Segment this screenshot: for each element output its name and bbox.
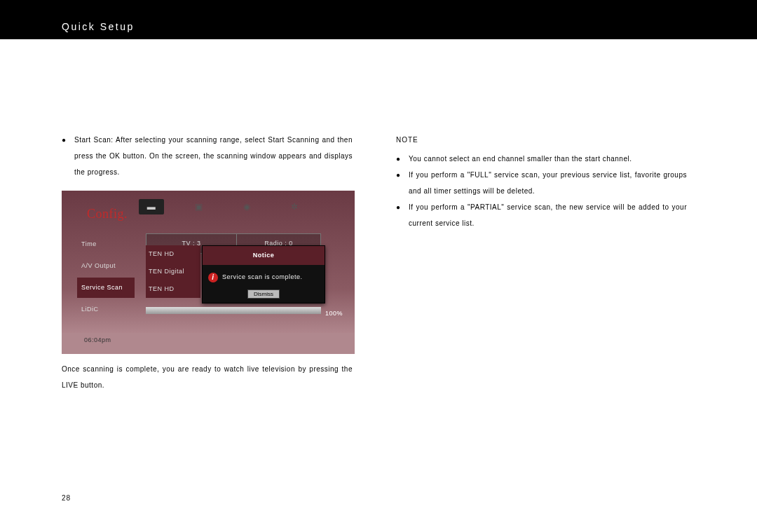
sidebar-item-lidic[interactable]: LiDiC <box>77 299 135 320</box>
top-icon-row: ▬ ▣ ◉ ✲ <box>139 199 307 214</box>
config-logo: Config. <box>87 206 128 222</box>
note-bullet: ● If you perform a "PARTIAL" service sca… <box>396 199 687 231</box>
note-bullet-text: You cannot select an end channel smaller… <box>409 151 687 167</box>
bullet-text: Start Scan: After selecting your scannin… <box>74 132 353 180</box>
dismiss-button[interactable]: Dismiss <box>247 289 280 299</box>
notice-dialog: Notice i Service scan is complete. Dismi… <box>202 245 325 303</box>
bullet-dot-icon: ● <box>396 199 409 231</box>
sidebar-item-av[interactable]: A/V Output <box>77 256 135 276</box>
notice-body-row: i Service scan is complete. <box>203 265 325 289</box>
gearset-icon: ✲ <box>282 199 307 214</box>
sidebar-item-time[interactable]: Time <box>77 234 135 254</box>
note-bullet: ● You cannot select an end channel small… <box>396 151 687 167</box>
note-bullet-text: If you perform a "FULL" service scan, yo… <box>409 167 687 199</box>
bullet-dot-icon: ● <box>62 132 74 180</box>
after-screenshot-para: Once scanning is complete, you are ready… <box>62 361 353 393</box>
embedded-screenshot: Config. ▬ ▣ ◉ ✲ Time A/V Output Service … <box>62 191 355 354</box>
progress-fill <box>146 307 321 314</box>
header-bar: Quick Setup <box>0 0 757 39</box>
progress-bar <box>146 307 321 314</box>
progress-percent: 100% <box>325 306 343 322</box>
config-sidebar: Time A/V Output Service Scan LiDiC <box>77 234 135 321</box>
clock-label: 06:04pm <box>84 332 111 348</box>
left-column: ● Start Scan: After selecting your scann… <box>62 132 353 393</box>
camera-icon: ◉ <box>234 199 259 214</box>
receiver-icon: ▬ <box>139 199 164 214</box>
bullet-dot-icon: ● <box>396 151 409 167</box>
notice-message: Service scan is complete. <box>222 269 303 285</box>
bullet-dot-icon: ● <box>396 167 409 199</box>
page-number: 28 <box>62 494 71 502</box>
channel-item: TEN HD <box>146 280 200 298</box>
content-area: ● Start Scan: After selecting your scann… <box>62 132 757 393</box>
sidebar-item-servicescan[interactable]: Service Scan <box>77 278 135 298</box>
channel-item: TEN HD <box>146 245 200 263</box>
page-title: Quick Setup <box>62 21 135 32</box>
right-column: NOTE ● You cannot select an end channel … <box>396 132 687 393</box>
info-icon: i <box>208 273 218 282</box>
note-bullet-text: If you perform a "PARTIAL" service scan,… <box>409 199 687 231</box>
bullet-start-scan: ● Start Scan: After selecting your scann… <box>62 132 353 180</box>
av-icon: ▣ <box>186 199 212 214</box>
note-bullet: ● If you perform a "FULL" service scan, … <box>396 167 687 199</box>
channel-list: TEN HD TEN Digital TEN HD <box>146 245 200 298</box>
note-heading: NOTE <box>396 132 687 148</box>
notice-header: Notice <box>203 246 325 265</box>
channel-item: TEN Digital <box>146 263 200 280</box>
